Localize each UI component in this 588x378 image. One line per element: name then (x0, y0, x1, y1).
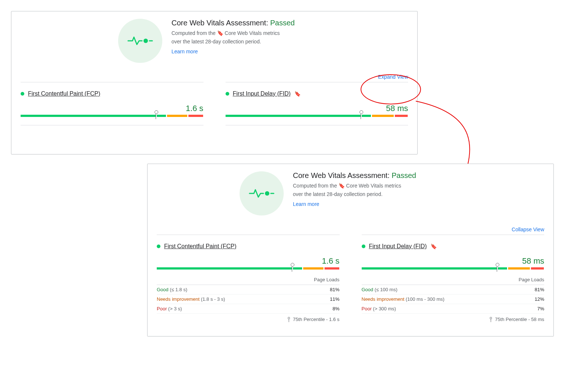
page-loads-header: Page Loads (519, 277, 544, 282)
percentile-icon (489, 317, 493, 322)
page-loads-header: Page Loads (314, 277, 339, 282)
assessment-title: Core Web Vitals Assessment: Passed (293, 171, 416, 180)
status-dot-good-icon (21, 92, 24, 96)
bookmark-icon: 🔖 (431, 243, 437, 249)
breakdown-table: Page Loads Good (≤ 1.8 s) 81% Needs impr… (157, 275, 340, 322)
table-row: Needs improvement (100 ms - 300 ms) 12% (362, 295, 545, 304)
vitals-pulse-icon (118, 19, 162, 63)
assessment-desc-line2: over the latest 28-day collection period… (293, 190, 416, 198)
percentile-icon (287, 317, 291, 322)
metric-name-link[interactable]: First Input Delay (FID) (233, 90, 291, 97)
needs-pct: 12% (535, 296, 544, 302)
assessment-status: Passed (270, 19, 295, 27)
metric-value: 1.6 s (21, 104, 203, 113)
distribution-bar (157, 267, 340, 270)
vitals-panel-collapsed: Core Web Vitals Assessment: Passed Compu… (11, 11, 418, 154)
percentile-marker-icon (497, 265, 497, 272)
metric-fid: First Input Delay (FID) 🔖 58 ms (226, 82, 408, 125)
svg-point-5 (288, 317, 290, 319)
poor-pct: 7% (537, 306, 544, 311)
percentile-label: 75th Percentile - 1.6 s (293, 317, 339, 322)
percentile-marker-icon (361, 113, 361, 119)
metric-value: 58 ms (362, 256, 545, 266)
distribution-bar (362, 267, 545, 270)
vitals-pulse-icon (240, 171, 284, 215)
metric-name-link[interactable]: First Input Delay (FID) (369, 243, 427, 250)
metric-value: 1.6 s (157, 256, 340, 266)
metric-fid: First Input Delay (FID) 🔖 58 ms Page Loa… (362, 235, 545, 322)
assessment-desc-line2: over the latest 28-day collection period… (171, 38, 295, 46)
distribution-bar (226, 115, 408, 117)
metric-value: 58 ms (226, 104, 408, 113)
metric-name-link[interactable]: First Contentful Paint (FCP) (28, 90, 100, 97)
assessment-title: Core Web Vitals Assessment: Passed (171, 19, 295, 27)
good-pct: 81% (330, 287, 339, 292)
percentile-marker-icon (292, 265, 293, 272)
svg-point-0 (144, 39, 148, 43)
svg-point-7 (490, 317, 492, 319)
status-dot-good-icon (157, 245, 160, 248)
bookmark-icon: 🔖 (294, 91, 301, 97)
assessment-desc-line1: Computed from the 🔖 Core Web Vitals metr… (293, 182, 416, 190)
assessment-status: Passed (392, 171, 416, 179)
vitals-panel-expanded: Core Web Vitals Assessment: Passed Compu… (147, 164, 554, 336)
metric-name-link[interactable]: First Contentful Paint (FCP) (164, 243, 237, 250)
table-row: Needs improvement (1.8 s - 3 s) 11% (157, 295, 340, 304)
table-row: Good (≤ 100 ms) 81% (362, 285, 545, 295)
needs-pct: 11% (330, 296, 339, 302)
svg-point-3 (265, 191, 269, 196)
bookmark-icon: 🔖 (339, 183, 345, 189)
learn-more-link[interactable]: Learn more (171, 49, 198, 54)
expand-view-link[interactable]: Expand View (21, 74, 408, 80)
percentile-label: 75th Percentile - 58 ms (495, 317, 544, 322)
table-row: Good (≤ 1.8 s) 81% (157, 285, 340, 295)
poor-pct: 8% (333, 306, 340, 311)
assessment-desc-line1: Computed from the 🔖 Core Web Vitals metr… (171, 29, 295, 37)
table-row: Poor (> 300 ms) 7% (362, 304, 545, 314)
percentile-marker-icon (156, 113, 156, 119)
collapse-view-link[interactable]: Collapse View (157, 227, 544, 232)
good-pct: 81% (535, 287, 544, 292)
annotation-arrow-icon (408, 97, 482, 175)
status-dot-good-icon (362, 245, 365, 248)
learn-more-link[interactable]: Learn more (293, 201, 319, 207)
breakdown-table: Page Loads Good (≤ 100 ms) 81% Needs imp… (362, 275, 545, 322)
distribution-bar (21, 115, 203, 117)
metric-fcp: First Contentful Paint (FCP) 1.6 s Page … (157, 235, 340, 322)
bookmark-icon: 🔖 (217, 30, 223, 36)
metric-fcp: First Contentful Paint (FCP) 1.6 s (21, 82, 203, 125)
table-row: Poor (> 3 s) 8% (157, 304, 340, 314)
status-dot-good-icon (226, 92, 229, 96)
